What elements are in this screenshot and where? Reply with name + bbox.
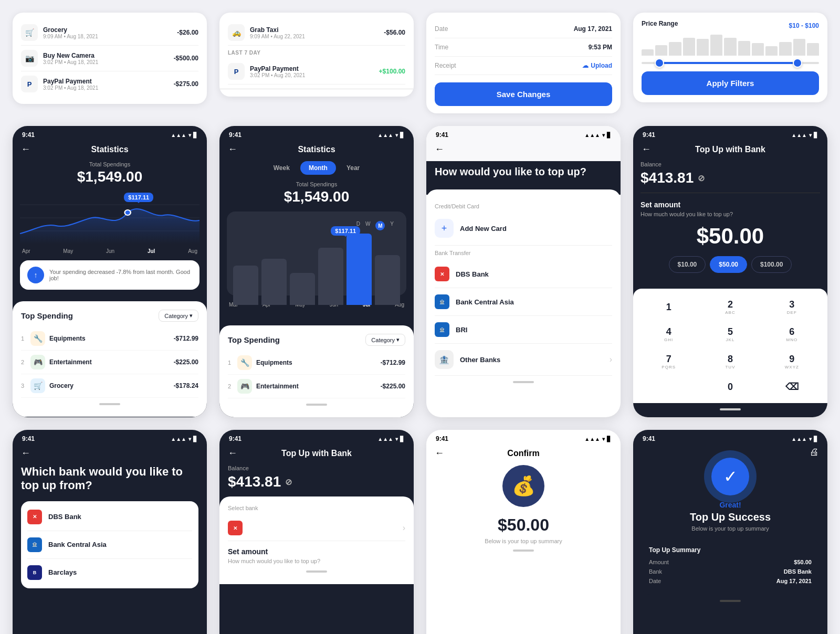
back-arrow-r3c3[interactable]: ←	[435, 448, 444, 459]
tab-row-r2c2: Week Month Year	[227, 161, 406, 175]
key-2[interactable]: 2ABC	[700, 294, 760, 320]
key-0[interactable]: 0	[700, 376, 760, 398]
bank-bca-r3c1[interactable]: 🏦 Bank Central Asia	[27, 531, 192, 559]
wifi-icon-r3c4: ▾	[809, 436, 812, 442]
date-field-row: Date Aug 17, 2021	[435, 20, 612, 38]
spend-num-2-r2c2: 2	[228, 383, 237, 389]
spending-header-r2c1: Top Spending Category ▾	[21, 310, 198, 322]
txn-amount-grocery: -$26.00	[177, 29, 198, 36]
bank-barclays-r3c1[interactable]: B Barclays	[27, 559, 192, 586]
chevron-down-icon-r2c1: ▾	[190, 312, 193, 319]
time-r3c2: 9:41	[229, 435, 242, 442]
tab-year-r2c2[interactable]: Year	[338, 161, 368, 175]
home-indicator-r2c4	[720, 408, 741, 410]
back-arrow-r2c2[interactable]: ←	[228, 144, 237, 155]
txn-time-camera: 3:02 PM • Aug 18, 2021	[43, 59, 174, 65]
phone-header-r3c2: ← Top Up with Bank	[219, 445, 414, 465]
txn-paypal-2: P PayPal Payment 3:02 PM • Aug 20, 2021 …	[228, 59, 405, 84]
phone-header-r2c1: ← Statistics	[13, 141, 207, 161]
spend-item-1-r2c2: 1 🔧 Equipments -$712.99	[228, 351, 405, 375]
keypad-r2c4: 1 2ABC 3DEF 4GHI 5JKL 6MNO 7PQRS 8TUV 9W…	[633, 289, 827, 403]
spend-icon-2-r2c2: 🎮	[237, 379, 252, 394]
add-card-button-r2c3[interactable]: + Add New Card	[435, 214, 612, 243]
phone-header-r2c3: ←	[426, 141, 621, 161]
upload-button[interactable]: ☁ Upload	[582, 62, 612, 69]
topup-bank-title-r2c4: Top Up with Bank	[695, 145, 765, 154]
spending-alert-r2c1: ↑ Your spending decreased -7.8% from las…	[20, 260, 200, 290]
txn-amount-camera: -$500.00	[174, 55, 198, 62]
txn-time-paypal-2: 3:02 PM • Aug 20, 2021	[250, 72, 379, 78]
bank-bca-r2c3[interactable]: 🏦 Bank Central Asia	[435, 288, 612, 316]
label-w: W	[365, 221, 370, 230]
success-card-title-r3c4: Top Up Summary	[649, 546, 812, 554]
key-8[interactable]: 8TUV	[700, 348, 760, 375]
back-arrow-r2c3[interactable]: ←	[435, 144, 444, 155]
key-5[interactable]: 5JKL	[700, 321, 760, 347]
back-arrow-r2c1[interactable]: ←	[21, 144, 30, 155]
status-icons-r2c2: ▲▲▲ ▾ ▊	[377, 132, 404, 138]
success-checkmark-r3c4: ✓	[711, 458, 749, 495]
tab-week-r2c2[interactable]: Week	[265, 161, 298, 175]
signal-icon-r2c3: ▲▲▲	[584, 132, 600, 138]
refresh-icon-r2c4[interactable]: ⊘	[698, 173, 705, 183]
success-row-bank: Bank DBS Bank	[649, 568, 812, 575]
key-4[interactable]: 4GHI	[638, 321, 699, 347]
month-jul[interactable]: Jul	[148, 248, 155, 254]
spend-item-3-r2c1: 3 🛒 Grocery -$178.24	[21, 374, 198, 398]
battery-icon-r2c1: ▊	[193, 132, 197, 138]
bank-bri-r2c3[interactable]: 🏦 BRI	[435, 316, 612, 344]
bank-dbs-r2c3[interactable]: ✕ DBS Bank	[435, 260, 612, 288]
back-arrow-r3c1[interactable]: ←	[21, 448, 30, 459]
refresh-icon-r3c2[interactable]: ⊘	[285, 477, 292, 487]
key-6[interactable]: 6MNO	[762, 321, 822, 347]
price-range-value: $10 - $100	[789, 22, 819, 29]
save-changes-button[interactable]: Save Changes	[435, 82, 612, 106]
set-amount-sub-r3c2: How much would you like to top up?	[228, 558, 405, 564]
quick-100-r2c4[interactable]: $100.00	[751, 256, 792, 273]
home-indicator-r2c3	[513, 381, 534, 383]
quick-50-r2c4[interactable]: $50.00	[710, 256, 747, 273]
time-r2c4: 9:41	[643, 131, 655, 139]
slider-thumb-right[interactable]	[793, 58, 802, 68]
spend-num-1-r2c2: 1	[228, 360, 237, 366]
key-9[interactable]: 9WXYZ	[762, 348, 822, 375]
price-range-slider[interactable]	[642, 62, 819, 64]
home-indicator-r3c4	[720, 600, 741, 602]
spend-amount-1-r2c2: -$712.99	[381, 359, 405, 366]
signal-icon-r2c2: ▲▲▲	[377, 132, 393, 138]
quick-10-r2c4[interactable]: $10.00	[669, 256, 706, 273]
topup-bank-title-r3c2: Top Up with Bank	[281, 449, 352, 458]
success-row-amount: Amount $50.00	[649, 559, 812, 565]
key-7[interactable]: 7PQRS	[638, 348, 699, 375]
apply-filters-button[interactable]: Apply Filters	[642, 71, 819, 95]
slider-thumb-left[interactable]	[655, 58, 664, 68]
key-1[interactable]: 1	[638, 294, 699, 320]
category-button-r2c2[interactable]: Category ▾	[365, 334, 405, 346]
bank-dbs-r3c1[interactable]: ✕ DBS Bank	[27, 503, 192, 531]
spend-amount-1-r2c1: -$712.99	[174, 335, 198, 342]
back-arrow-r2c4[interactable]: ←	[642, 144, 651, 155]
tab-month-r2c2[interactable]: Month	[300, 161, 336, 175]
barclays-logo-r3c1: B	[27, 565, 42, 580]
txn-info-paypal-1: PayPal Payment 3:02 PM • Aug 18, 2021	[43, 78, 174, 91]
category-button-r2c1[interactable]: Category ▾	[159, 310, 198, 322]
key-backspace[interactable]: ⌫	[762, 376, 822, 398]
balance-value-r3c2: $413.81	[228, 473, 281, 490]
txn-name-camera: Buy New Camera	[43, 52, 174, 59]
date-value: Aug 17, 2021	[574, 25, 612, 33]
bar-jun	[318, 248, 343, 305]
phone-header-r3c3: ← Confirm	[426, 445, 621, 465]
txn-icon-paypal-1: P	[21, 76, 38, 92]
spend-name-1-r2c2: Equipments	[256, 359, 381, 366]
back-arrow-r3c2[interactable]: ←	[228, 448, 237, 459]
signal-icon-r2c1: ▲▲▲	[171, 132, 186, 138]
balance-label-r2c4: Balance	[640, 161, 820, 167]
signal-icon-r3c4: ▲▲▲	[791, 436, 807, 442]
selected-bank-row-r3c2[interactable]: ✕ DBS Bank ›	[228, 515, 405, 541]
selected-bank-logo-r3c2: ✕	[228, 521, 243, 535]
status-icons-r3c1: ▲▲▲ ▾ ▊	[171, 436, 197, 442]
time-value: 9:53 PM	[589, 44, 612, 51]
bank-other-r2c3[interactable]: 🏦 Other Banks ›	[435, 344, 612, 376]
print-icon-r3c4[interactable]: 🖨	[810, 447, 819, 458]
key-3[interactable]: 3DEF	[762, 294, 822, 320]
